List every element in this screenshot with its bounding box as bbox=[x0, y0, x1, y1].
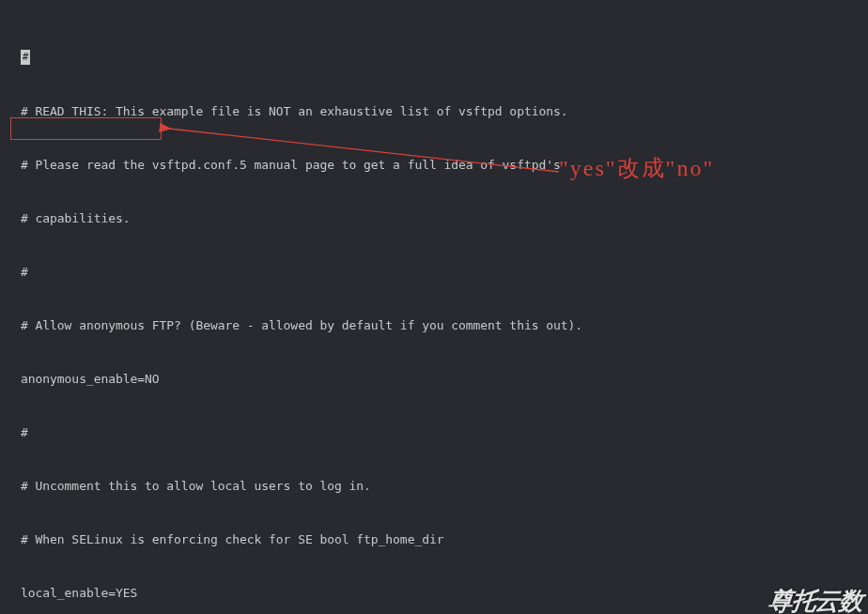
editor-line[interactable]: # capabilities. bbox=[21, 209, 868, 227]
editor-line[interactable]: local_enable=YES bbox=[21, 584, 868, 602]
editor-line[interactable]: # Allow anonymous FTP? (Beware - allowed… bbox=[21, 316, 868, 334]
editor-line[interactable]: # Please read the vsftpd.conf.5 manual p… bbox=[21, 156, 868, 174]
cursor: # bbox=[21, 50, 30, 65]
editor-line[interactable]: # bbox=[21, 263, 868, 281]
text-editor-viewport[interactable]: # # READ THIS: This example file is NOT … bbox=[21, 13, 868, 614]
editor-line[interactable]: # bbox=[21, 423, 868, 441]
editor-line[interactable]: # bbox=[21, 49, 868, 67]
editor-line[interactable]: # Uncomment this to allow local users to… bbox=[21, 477, 868, 495]
editor-line-highlighted[interactable]: anonymous_enable=NO bbox=[21, 370, 868, 388]
editor-line[interactable]: # READ THIS: This example file is NOT an… bbox=[21, 102, 868, 120]
editor-line[interactable]: # When SELinux is enforcing check for SE… bbox=[21, 530, 868, 548]
annotation-text: "yes"改成"no" bbox=[559, 160, 714, 177]
